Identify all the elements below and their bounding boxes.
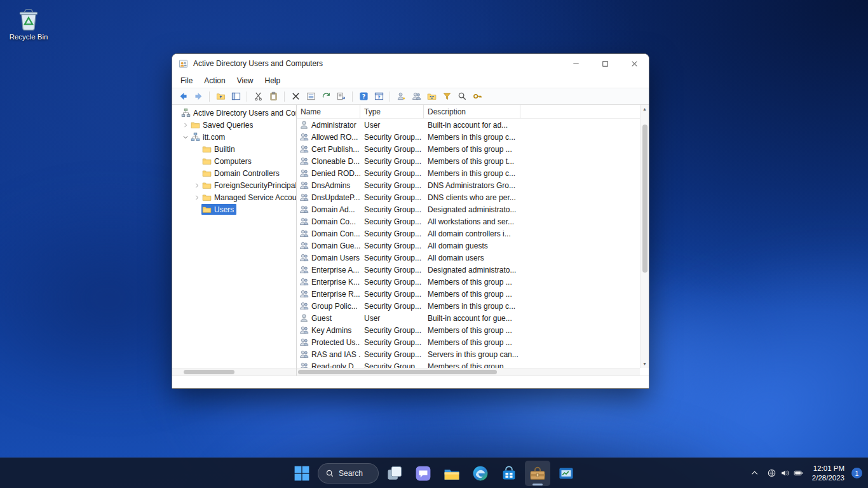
- column-header-type[interactable]: Type: [360, 105, 424, 118]
- scroll-up-icon[interactable]: ▲: [642, 105, 647, 113]
- properties-button[interactable]: [304, 90, 318, 104]
- scrollbar-track[interactable]: [641, 113, 649, 360]
- chevron-down-icon[interactable]: [180, 134, 190, 140]
- scrollbar-thumb[interactable]: [642, 125, 648, 273]
- tree-item-builtin[interactable]: Builtin: [172, 143, 296, 155]
- cell-type: Security Group...: [360, 326, 424, 335]
- cell-description: DNS Administrators Gro...: [424, 181, 520, 190]
- table-row[interactable]: DnsAdminsSecurity Group...DNS Administra…: [297, 179, 640, 191]
- forward-button[interactable]: [191, 90, 205, 104]
- scrollbar-thumb[interactable]: [184, 370, 234, 374]
- context-help-button[interactable]: ?: [372, 90, 386, 104]
- taskbar-aduc-console[interactable]: [525, 461, 550, 486]
- tree-horizontal-scrollbar[interactable]: [172, 368, 296, 376]
- cell-type: Security Group...: [360, 362, 424, 369]
- recycle-bin-shortcut[interactable]: Recycle Bin: [8, 5, 50, 41]
- new-group-button[interactable]: [409, 90, 423, 104]
- new-ou-button[interactable]: [424, 90, 438, 104]
- svg-text:?: ?: [362, 93, 365, 100]
- table-row[interactable]: GuestUserBuilt-in account for gue...: [297, 312, 640, 324]
- refresh-button[interactable]: [319, 90, 333, 104]
- chevron-right-icon[interactable]: [192, 182, 201, 189]
- minimize-button[interactable]: [561, 54, 590, 73]
- table-row[interactable]: DnsUpdateP...Security Group...DNS client…: [297, 191, 640, 203]
- table-row[interactable]: Group Polic...Security Group...Members i…: [297, 300, 640, 312]
- tree-item-domain-controllers[interactable]: Domain Controllers: [172, 167, 296, 179]
- chevron-right-icon[interactable]: [192, 194, 201, 201]
- menu-help[interactable]: Help: [259, 74, 287, 87]
- taskbar-clock[interactable]: 12:01 PM 2/28/2023: [808, 464, 849, 483]
- tree-item-computers[interactable]: Computers: [172, 155, 296, 167]
- table-row[interactable]: Key AdminsSecurity Group...Members of th…: [297, 324, 640, 336]
- cell-type: Security Group...: [360, 181, 424, 190]
- taskbar-chat[interactable]: [410, 461, 436, 486]
- back-button[interactable]: [176, 90, 190, 104]
- chevron-right-icon[interactable]: [180, 122, 190, 128]
- taskbar-file-explorer[interactable]: [439, 461, 465, 486]
- cut-button[interactable]: [251, 90, 265, 104]
- svg-text:?: ?: [377, 95, 380, 100]
- tree-item-users[interactable]: Users: [172, 203, 296, 215]
- maximize-button[interactable]: [590, 54, 620, 73]
- up-one-level-button[interactable]: [214, 90, 227, 104]
- column-header-description[interactable]: Description: [424, 105, 520, 118]
- taskbar-search[interactable]: Search: [318, 463, 379, 484]
- scroll-down-icon[interactable]: ▼: [642, 360, 647, 368]
- table-row[interactable]: Enterprise A...Security Group...Designat…: [297, 264, 640, 276]
- group-icon: [299, 349, 309, 359]
- tree-item-label: Managed Service Accounts: [214, 193, 296, 202]
- delete-button[interactable]: [288, 90, 302, 104]
- taskbar-store[interactable]: [496, 461, 522, 486]
- tree-item-active-directory-users-and-computers[interactable]: Active Directory Users and Computers: [172, 107, 296, 119]
- taskbar-edge[interactable]: [468, 461, 493, 486]
- tree-item-itt-com[interactable]: itt.com: [172, 131, 296, 143]
- table-row[interactable]: Domain Co...Security Group...All worksta…: [297, 215, 640, 227]
- help-button[interactable]: ?: [356, 90, 370, 104]
- menu-view[interactable]: View: [231, 74, 259, 87]
- table-row[interactable]: Domain Ad...Security Group...Designated …: [297, 203, 640, 215]
- table-row[interactable]: Cert Publish...Security Group...Members …: [297, 143, 640, 155]
- tree-item-label: Computers: [214, 157, 252, 166]
- tree-item-foreignsecurityprincipals[interactable]: ForeignSecurityPrincipals: [172, 179, 296, 191]
- folder-icon: [202, 205, 212, 214]
- set-filter-button[interactable]: [440, 90, 454, 104]
- cell-description: Members of this group ...: [424, 278, 520, 287]
- table-row[interactable]: Read-only D...Security Group...Members o…: [297, 360, 640, 368]
- taskbar-task-view[interactable]: [382, 461, 407, 486]
- table-row[interactable]: Allowed RO...Security Group...Members in…: [297, 131, 640, 143]
- table-row[interactable]: Enterprise R...Security Group...Members …: [297, 288, 640, 300]
- table-row[interactable]: Enterprise K...Security Group...Members …: [297, 276, 640, 288]
- table-row[interactable]: RAS and IAS ...Security Group...Servers …: [297, 348, 640, 360]
- tray-overflow-button[interactable]: [747, 462, 763, 485]
- menu-action[interactable]: Action: [198, 74, 231, 87]
- column-header-name[interactable]: Name: [297, 105, 360, 118]
- new-user-button[interactable]: [394, 90, 408, 104]
- export-list-button[interactable]: [334, 90, 348, 104]
- paste-button[interactable]: [266, 90, 280, 104]
- taskbar-start[interactable]: [289, 461, 315, 486]
- show-console-tree-button[interactable]: [229, 90, 243, 104]
- notification-badge[interactable]: 1: [851, 468, 862, 478]
- context-help-icon: ?: [374, 92, 384, 101]
- group-icon: [299, 217, 309, 226]
- list-vertical-scrollbar[interactable]: ▲ ▼: [640, 105, 649, 368]
- taskbar-server-manager[interactable]: [553, 461, 579, 486]
- table-row[interactable]: Protected Us...Security Group...Members …: [297, 336, 640, 348]
- menu-file[interactable]: File: [175, 74, 198, 87]
- table-row[interactable]: Denied ROD...Security Group...Members in…: [297, 167, 640, 179]
- table-row[interactable]: Domain Con...Security Group...All domain…: [297, 227, 640, 240]
- delegate-control-button[interactable]: [470, 90, 484, 104]
- titlebar[interactable]: Active Directory Users and Computers: [172, 54, 649, 73]
- table-row[interactable]: Domain UsersSecurity Group...All domain …: [297, 252, 640, 264]
- table-row[interactable]: AdministratorUserBuilt-in account for ad…: [297, 119, 640, 131]
- tree-item-managed-service-accounts[interactable]: Managed Service Accounts: [172, 191, 296, 203]
- find-objects-button[interactable]: [455, 90, 469, 104]
- table-row[interactable]: Domain Gue...Security Group...All domain…: [297, 240, 640, 252]
- scrollbar-thumb[interactable]: [298, 370, 497, 374]
- table-row[interactable]: Cloneable D...Security Group...Members o…: [297, 155, 640, 167]
- list-horizontal-scrollbar[interactable]: [297, 368, 640, 376]
- cell-type: Security Group...: [360, 133, 424, 142]
- tray-status-area[interactable]: [764, 462, 806, 485]
- close-button[interactable]: [620, 54, 649, 73]
- tree-item-saved-queries[interactable]: Saved Queries: [172, 119, 296, 131]
